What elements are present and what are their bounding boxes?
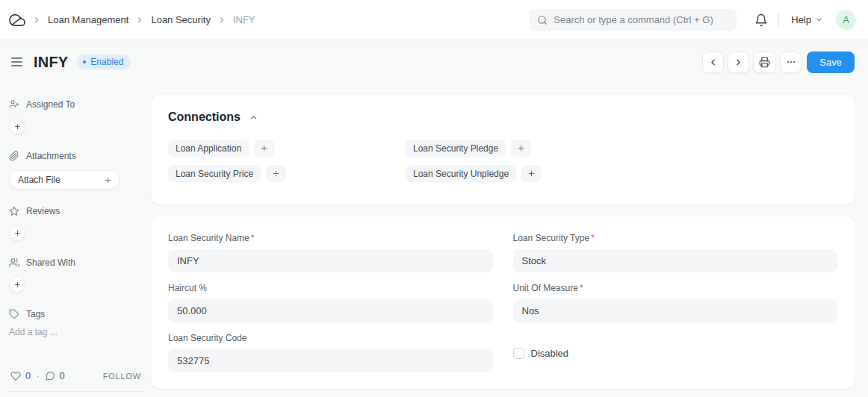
chevron-right-icon (135, 16, 144, 25)
attach-file-label: Attach File (18, 175, 61, 185)
follow-button[interactable]: FOLLOW (103, 372, 141, 381)
connections-grid: Loan Application Loan Security Pledge Lo… (168, 140, 838, 182)
search-input[interactable] (554, 14, 728, 25)
heart-icon[interactable] (10, 371, 21, 381)
disabled-label: Disabled (531, 348, 569, 359)
tags-section: Tags Add a tag ... (9, 309, 143, 337)
navbar-actions: Help A (529, 9, 856, 31)
page-body: Assigned To Attachments Attach File (0, 84, 868, 397)
sidebar-toggle-icon[interactable] (9, 55, 25, 69)
global-search[interactable] (529, 9, 737, 31)
field-haircut: Haircut % (168, 283, 493, 322)
status-badge-label: Enabled (90, 57, 123, 67)
more-menu-button[interactable] (780, 51, 802, 73)
print-button[interactable] (753, 51, 776, 73)
plus-icon (517, 144, 525, 152)
avatar[interactable]: A (836, 10, 856, 30)
separator: · (36, 370, 39, 381)
sidebar-footer: 0 · 0 FOLLOW (9, 370, 143, 381)
add-connection-button[interactable] (254, 140, 274, 157)
navbar: Loan Management Loan Security INFY (0, 0, 868, 40)
chevron-up-icon (249, 113, 258, 122)
field-label: Haircut % (168, 283, 207, 293)
plus-icon (104, 176, 112, 184)
connection-loan-security-pledge: Loan Security Pledge (406, 140, 643, 157)
save-button[interactable]: Save (807, 51, 855, 73)
add-connection-button[interactable] (511, 140, 531, 157)
search-icon (537, 15, 548, 25)
connection-loan-security-price: Loan Security Price (168, 165, 406, 182)
plus-icon (260, 144, 268, 152)
paperclip-icon (9, 151, 19, 161)
printer-icon (759, 57, 770, 68)
add-connection-button[interactable] (521, 165, 542, 182)
reviews-label: Reviews (26, 206, 60, 216)
add-review-button[interactable] (9, 225, 25, 241)
field-label: Loan Security Code (168, 333, 247, 343)
page-title: INFY (34, 54, 68, 71)
loan-security-code-input[interactable] (168, 349, 493, 372)
chevron-left-icon (708, 57, 718, 67)
connections-header[interactable]: Connections (168, 110, 838, 124)
shared-with-section: Shared With (9, 257, 143, 293)
field-unit-of-measure: Unit Of Measure* (513, 283, 838, 322)
field-label: Loan Security Type (513, 233, 590, 243)
help-menu-button[interactable]: Help (788, 13, 826, 27)
plus-icon (527, 169, 536, 178)
attachments-section: Attachments Attach File (9, 151, 143, 190)
assigned-to-section: Assigned To (9, 99, 143, 134)
tag-icon (9, 309, 19, 319)
chevron-down-icon (815, 16, 823, 24)
ellipsis-icon (786, 57, 796, 67)
comment-count: 0 (60, 370, 65, 381)
connection-link[interactable]: Loan Security Unpledge (406, 165, 516, 182)
plus-icon (13, 281, 22, 289)
frappe-cloud-logo-icon[interactable] (9, 12, 25, 28)
next-document-button[interactable] (728, 51, 749, 73)
notifications-bell-icon[interactable] (753, 12, 769, 28)
connection-loan-security-unpledge: Loan Security Unpledge (406, 165, 643, 182)
divider (778, 12, 779, 28)
details-card: Loan Security Name* Loan Security Type* … (152, 216, 855, 389)
plus-icon (13, 229, 22, 237)
plus-icon (272, 169, 280, 178)
breadcrumb: Loan Management Loan Security INFY (9, 12, 255, 28)
loan-security-name-input[interactable] (168, 249, 493, 272)
haircut-input[interactable] (168, 299, 493, 322)
page-head-actions: Save (702, 51, 855, 73)
breadcrumb-loan-security[interactable]: Loan Security (151, 14, 211, 25)
chevron-right-icon (734, 57, 743, 67)
user-plus-icon (9, 99, 19, 110)
field-label: Loan Security Name (168, 233, 249, 243)
add-connection-button[interactable] (266, 165, 286, 182)
connections-title: Connections (168, 110, 241, 124)
shared-with-label: Shared With (26, 257, 75, 268)
status-dot-icon (83, 60, 86, 63)
field-loan-security-type: Loan Security Type* (513, 233, 838, 272)
comment-icon[interactable] (45, 371, 55, 381)
chevron-right-icon (217, 16, 226, 25)
breadcrumb-loan-management[interactable]: Loan Management (48, 14, 128, 25)
add-assignment-button[interactable] (9, 118, 25, 134)
connection-link[interactable]: Loan Security Pledge (406, 140, 506, 157)
form-grid: Loan Security Name* Loan Security Type* … (168, 233, 837, 372)
attach-file-button[interactable]: Attach File (9, 170, 120, 190)
attachments-label: Attachments (26, 151, 76, 161)
add-share-button[interactable] (9, 276, 25, 293)
unit-of-measure-input[interactable] (513, 299, 838, 322)
page-head: INFY Enabled (0, 40, 868, 84)
assigned-to-label: Assigned To (26, 99, 75, 110)
status-badge: Enabled (76, 54, 131, 69)
form-main: Connections Loan Application Loan Securi… (152, 84, 855, 397)
prev-document-button[interactable] (702, 51, 724, 73)
loan-security-type-input[interactable] (513, 249, 838, 272)
sidebar-divider (9, 391, 143, 392)
connection-link[interactable]: Loan Application (168, 140, 249, 157)
form-sidebar: Assigned To Attachments Attach File (0, 84, 152, 397)
field-disabled: Disabled (513, 333, 838, 372)
required-marker: * (591, 233, 595, 243)
chevron-right-icon (32, 16, 41, 25)
connection-link[interactable]: Loan Security Price (168, 165, 261, 182)
disabled-checkbox[interactable] (513, 348, 524, 359)
add-tag-input[interactable]: Add a tag ... (9, 327, 143, 337)
